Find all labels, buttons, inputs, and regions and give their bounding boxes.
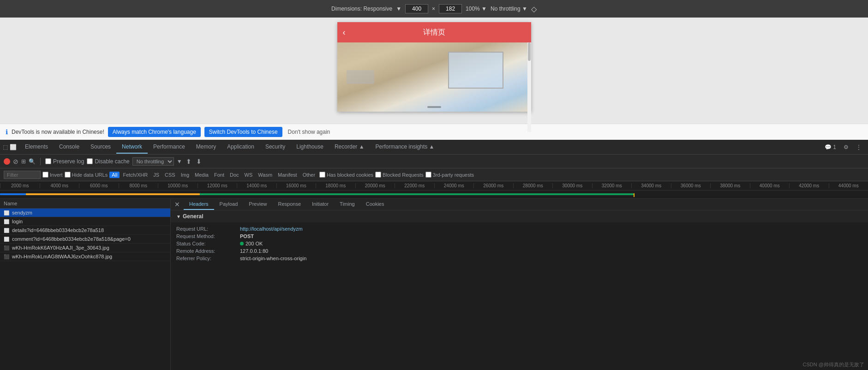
tab-security[interactable]: Security bbox=[260, 141, 291, 154]
mark-22000: 22000 ms bbox=[395, 183, 434, 188]
file-icon-doc2: ⬜ bbox=[4, 228, 9, 233]
method-value: POST bbox=[240, 233, 254, 239]
tab-performance[interactable]: Performance bbox=[148, 141, 191, 154]
disable-cache-text: Disable cache bbox=[95, 158, 129, 165]
filter-doc-button[interactable]: Doc bbox=[227, 172, 241, 178]
mark-34000: 34000 ms bbox=[631, 183, 671, 188]
blocked-requests-checkbox[interactable] bbox=[375, 172, 381, 178]
preserve-log-label[interactable]: Preserve log bbox=[45, 158, 84, 165]
back-button[interactable]: ‹ bbox=[343, 28, 346, 37]
width-input[interactable] bbox=[405, 4, 428, 13]
record-button[interactable] bbox=[4, 158, 10, 165]
tab-sources[interactable]: Sources bbox=[85, 141, 116, 154]
request-tab-response[interactable]: Response bbox=[272, 199, 306, 210]
filter-js-button[interactable]: JS bbox=[151, 172, 162, 178]
file-name-img2: wKh-HmRokLmAG8tWAAJ6zxOohkc878.jpg bbox=[12, 254, 112, 259]
blocked-requests-label[interactable]: Blocked Requests bbox=[375, 172, 424, 178]
tab-console[interactable]: Console bbox=[54, 141, 85, 154]
device-settings-icon: ◇ bbox=[531, 5, 537, 13]
filter-all-button[interactable]: All bbox=[109, 172, 120, 178]
throttle-select[interactable]: No throttling bbox=[132, 157, 174, 166]
mark-40000: 40000 ms bbox=[750, 183, 790, 188]
file-item-sendyzm[interactable]: ⬜ sendyzm bbox=[0, 209, 170, 217]
notification-message: DevTools is now available in Chinese! bbox=[12, 129, 104, 135]
file-icon-doc: ⬜ bbox=[4, 219, 9, 224]
timeline-bar: 2000 ms 4000 ms 6000 ms 8000 ms 10000 ms… bbox=[0, 181, 868, 191]
upload-button[interactable]: ⬆ bbox=[185, 158, 192, 165]
disable-cache-checkbox[interactable] bbox=[87, 158, 93, 164]
match-language-button[interactable]: Always match Chrome's language bbox=[108, 127, 201, 137]
has-blocked-text: Has blocked cookies bbox=[327, 172, 373, 178]
request-tab-initiator[interactable]: Initiator bbox=[306, 199, 334, 210]
file-icon-xhr: ⬜ bbox=[4, 210, 9, 215]
filter-ws-button[interactable]: WS bbox=[242, 172, 255, 178]
cursor-icon[interactable]: ⬚ bbox=[3, 144, 8, 150]
request-tab-headers[interactable]: Headers bbox=[184, 199, 214, 210]
filter-toggle-button[interactable]: ⊞ bbox=[21, 158, 26, 165]
request-url-label: Request URL: bbox=[176, 226, 236, 232]
track-blue-1 bbox=[0, 193, 26, 195]
request-tab-cookies[interactable]: Cookies bbox=[360, 199, 390, 210]
filter-manifest-button[interactable]: Manifest bbox=[275, 172, 299, 178]
hide-data-urls-label[interactable]: Hide data URLs bbox=[65, 172, 108, 178]
request-url-value[interactable]: http://localhost/api/sendyzm bbox=[240, 226, 303, 232]
network-toolbar: ⊘ ⊞ 🔍 Preserve log Disable cache No thro… bbox=[0, 155, 868, 168]
mark-8000: 8000 ms bbox=[119, 183, 158, 188]
file-item-comment[interactable]: ⬜ comment?id=6468bbeb0334ebcb2e78a518&pa… bbox=[0, 235, 170, 244]
tab-performance-insights[interactable]: Performance insights ▲ bbox=[370, 141, 440, 154]
file-item-login[interactable]: ⬜ login bbox=[0, 217, 170, 226]
chat-icon[interactable]: 💬 1 bbox=[822, 142, 839, 152]
file-item-details[interactable]: ⬜ details?id=6468bbeb0334ebcb2e78a518 bbox=[0, 226, 170, 235]
file-item-img1[interactable]: ⬛ wKh-HmRokK6AY0HzAAJI_3pe_30643.jpg bbox=[0, 244, 170, 252]
close-detail-button[interactable]: ✕ bbox=[171, 199, 184, 210]
search-button[interactable]: 🔍 bbox=[29, 158, 36, 165]
file-item-img2[interactable]: ⬛ wKh-HmRokLmAG8tWAAJ6zxOohkc878.jpg bbox=[0, 252, 170, 261]
mark-18000: 18000 ms bbox=[316, 183, 355, 188]
method-label: Request Method: bbox=[176, 233, 236, 239]
settings-icon[interactable]: ⚙ bbox=[841, 142, 851, 152]
clear-button[interactable]: ⊘ bbox=[13, 158, 18, 165]
tab-elements[interactable]: Elements bbox=[19, 141, 54, 154]
filter-img-button[interactable]: Img bbox=[179, 172, 192, 178]
has-blocked-checkbox[interactable] bbox=[319, 172, 325, 178]
throttle-dropdown[interactable]: No throttling ▼ bbox=[491, 6, 527, 12]
third-party-label[interactable]: 3rd-party requests bbox=[425, 172, 474, 178]
zoom-dropdown[interactable]: 100% ▼ bbox=[466, 6, 487, 12]
download-button[interactable]: ⬇ bbox=[195, 158, 203, 165]
invert-checkbox[interactable] bbox=[42, 172, 48, 178]
preserve-log-checkbox[interactable] bbox=[45, 158, 51, 164]
filter-other-button[interactable]: Other bbox=[300, 172, 318, 178]
filter-css-button[interactable]: CSS bbox=[162, 172, 178, 178]
filter-fetch-xhr-button[interactable]: Fetch/XHR bbox=[120, 172, 150, 178]
height-input[interactable] bbox=[439, 4, 462, 13]
request-tab-preview[interactable]: Preview bbox=[243, 199, 272, 210]
device-toolbar: Dimensions: Responsive ▼ × 100% ▼ No thr… bbox=[0, 0, 868, 18]
filter-media-button[interactable]: Media bbox=[192, 172, 211, 178]
page-title: 详情页 bbox=[423, 28, 445, 37]
general-section-header[interactable]: ▼ General bbox=[171, 210, 868, 222]
switch-to-chinese-button[interactable]: Switch DevTools to Chinese bbox=[204, 127, 282, 137]
scrollbar[interactable] bbox=[527, 42, 531, 132]
filter-input[interactable] bbox=[4, 171, 41, 179]
has-blocked-label[interactable]: Has blocked cookies bbox=[319, 172, 373, 178]
tab-network[interactable]: Network bbox=[116, 141, 148, 154]
hide-data-urls-checkbox[interactable] bbox=[65, 172, 71, 178]
chevron-down-icon: ▼ bbox=[176, 214, 181, 219]
tab-lighthouse[interactable]: Lighthouse bbox=[291, 141, 329, 154]
request-tab-timing[interactable]: Timing bbox=[334, 199, 360, 210]
mark-20000: 20000 ms bbox=[355, 183, 395, 188]
invert-label[interactable]: Invert bbox=[42, 172, 63, 178]
device-mode-icon[interactable]: ⬜ bbox=[10, 144, 17, 150]
more-icon[interactable]: ⋮ bbox=[853, 142, 864, 152]
tab-application[interactable]: Application bbox=[221, 141, 260, 154]
tab-memory[interactable]: Memory bbox=[191, 141, 221, 154]
dimensions-label: Dimensions: Responsive bbox=[331, 6, 392, 12]
disable-cache-label[interactable]: Disable cache bbox=[87, 158, 129, 165]
third-party-checkbox[interactable] bbox=[425, 172, 431, 178]
filter-font-button[interactable]: Font bbox=[212, 172, 227, 178]
dont-show-again-button[interactable]: Don't show again bbox=[286, 127, 332, 137]
tab-recorder[interactable]: Recorder ▲ bbox=[329, 141, 370, 154]
mark-42000: 42000 ms bbox=[789, 183, 829, 188]
filter-wasm-button[interactable]: Wasm bbox=[256, 172, 275, 178]
request-tab-payload[interactable]: Payload bbox=[214, 199, 244, 210]
